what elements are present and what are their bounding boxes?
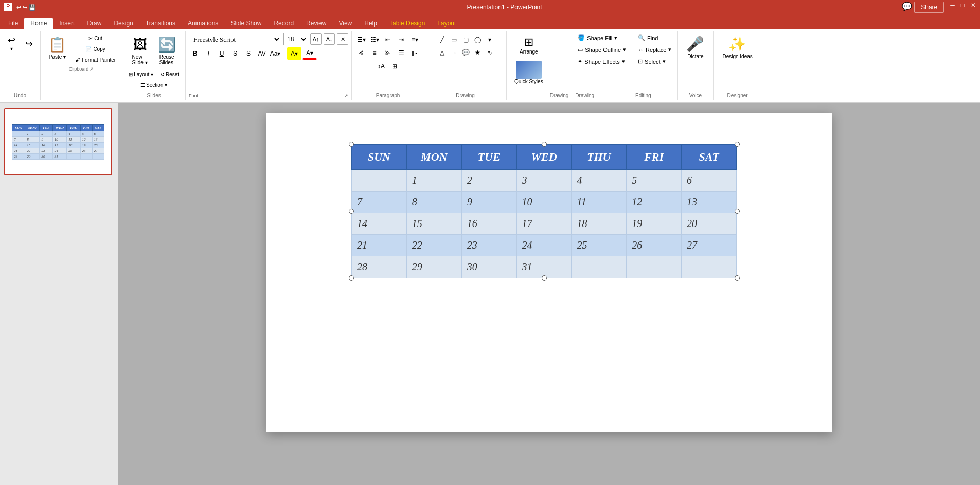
paste-button[interactable]: 📋 Paste ▾ (44, 33, 71, 62)
justify-btn[interactable]: ☰ (395, 47, 407, 59)
calendar-cell-3-0[interactable]: 21 (352, 235, 407, 256)
calendar-cell-3-3[interactable]: 24 (516, 235, 572, 256)
font-size-select[interactable]: 18 (283, 33, 308, 45)
calendar-cell-0-1[interactable]: 1 (406, 169, 461, 192)
tab-review[interactable]: Review (300, 18, 332, 29)
shape-star[interactable]: ★ (472, 46, 484, 59)
tab-layout[interactable]: Layout (431, 18, 462, 29)
numbering-btn[interactable]: ☷▾ (368, 33, 381, 46)
design-ideas-button[interactable]: ✨ Design Ideas (718, 33, 757, 62)
calendar-cell-1-3[interactable]: 10 (516, 192, 572, 213)
redo-button[interactable]: ↪ (21, 37, 37, 50)
calendar-cell-0-4[interactable]: 4 (572, 169, 627, 192)
align-left-btn[interactable]: ⫷ (355, 47, 367, 59)
shape-outline-button[interactable]: ▭ Shape Outline ▾ (575, 45, 629, 55)
font-expand-icon[interactable]: ↗ (344, 93, 348, 98)
calendar-cell-4-3[interactable]: 31 (516, 256, 572, 278)
calendar-cell-4-5[interactable] (627, 256, 682, 278)
smart-art-btn[interactable]: ⊞ (388, 60, 401, 73)
minimize-btn[interactable]: ─ (950, 2, 955, 13)
calendar-cell-4-6[interactable] (682, 256, 737, 278)
tab-record[interactable]: Record (268, 18, 300, 29)
calendar-cell-2-6[interactable]: 20 (682, 213, 737, 235)
handle-br[interactable] (735, 275, 740, 281)
handle-mr[interactable] (735, 209, 740, 214)
decrease-font-btn[interactable]: A↓ (324, 33, 335, 45)
text-highlight-btn[interactable]: A▾ (287, 47, 301, 60)
calendar-cell-0-5[interactable]: 5 (627, 169, 682, 192)
tab-transitions[interactable]: Transitions (139, 18, 182, 29)
handle-tl[interactable] (349, 142, 354, 147)
slide-area[interactable]: SUN MON TUE WED THU FRI SAT 123456789101… (118, 103, 980, 485)
shape-rect[interactable]: ▭ (448, 33, 460, 46)
calendar-cell-2-2[interactable]: 16 (461, 213, 516, 235)
copy-button[interactable]: 📄Copy (72, 44, 119, 54)
calendar-cell-3-6[interactable]: 27 (682, 235, 737, 256)
handle-bl[interactable] (349, 275, 354, 281)
bold-button[interactable]: B (189, 47, 201, 60)
tab-table-design[interactable]: Table Design (383, 18, 431, 29)
tab-design[interactable]: Design (108, 18, 139, 29)
change-case-btn[interactable]: Aa▾ (269, 47, 281, 60)
handle-bm[interactable] (542, 275, 547, 281)
quick-styles-button[interactable]: Quick Styles (510, 58, 548, 87)
dictate-button[interactable]: 🎤 Dictate (682, 33, 709, 62)
calendar-cell-4-4[interactable] (572, 256, 627, 278)
calendar-cell-2-3[interactable]: 17 (516, 213, 572, 235)
cut-button[interactable]: ✂Cut (72, 33, 119, 43)
align-right-btn[interactable]: ⫸ (382, 47, 394, 59)
calendar-container[interactable]: SUN MON TUE WED THU FRI SAT 123456789101… (351, 144, 737, 278)
undo-button[interactable]: ↩ ▾ (3, 33, 20, 54)
handle-tr[interactable] (735, 142, 740, 147)
shape-more[interactable]: ▾ (484, 33, 496, 46)
calendar-cell-4-1[interactable]: 29 (406, 256, 461, 278)
tab-slideshow[interactable]: Slide Show (224, 18, 268, 29)
calendar-cell-1-0[interactable]: 7 (352, 192, 407, 213)
calendar-cell-0-6[interactable]: 6 (682, 169, 737, 192)
line-spacing-btn[interactable]: ≡▾ (408, 33, 421, 46)
maximize-btn[interactable]: □ (961, 2, 965, 13)
close-btn[interactable]: ✕ (971, 2, 976, 13)
chat-icon[interactable]: 💬 (902, 2, 912, 13)
calendar-cell-2-5[interactable]: 19 (627, 213, 682, 235)
shape-effects-button[interactable]: ✦ Shape Effects ▾ (575, 57, 629, 66)
calendar-cell-0-0[interactable] (352, 169, 407, 192)
shape-curve[interactable]: ∿ (484, 46, 496, 59)
char-spacing-btn[interactable]: AV (256, 47, 268, 60)
calendar-cell-4-0[interactable]: 28 (352, 256, 407, 278)
arrange-button[interactable]: ⊞ Arrange (515, 33, 543, 57)
increase-font-btn[interactable]: A↑ (310, 33, 322, 45)
layout-button[interactable]: ⊞Layout ▾ (126, 70, 156, 79)
calendar-cell-2-4[interactable]: 18 (572, 213, 627, 235)
calendar-cell-1-6[interactable]: 13 (682, 192, 737, 213)
tab-draw[interactable]: Draw (81, 18, 108, 29)
calendar-cell-1-4[interactable]: 11 (572, 192, 627, 213)
calendar-cell-0-3[interactable]: 3 (516, 169, 572, 192)
italic-button[interactable]: I (202, 47, 215, 60)
shape-arrow[interactable]: → (448, 46, 460, 59)
shape-fill-button[interactable]: 🪣 Shape Fill ▾ (575, 33, 629, 43)
calendar-cell-1-5[interactable]: 12 (627, 192, 682, 213)
tab-file[interactable]: File (2, 18, 24, 29)
calendar-cell-3-4[interactable]: 25 (572, 235, 627, 256)
font-name-select[interactable]: Freestyle Script (189, 33, 281, 45)
clear-format-btn[interactable]: ✕ (337, 33, 348, 45)
handle-tm[interactable] (542, 142, 547, 147)
font-color-btn[interactable]: A▾ (302, 47, 317, 60)
text-direction-btn[interactable]: ↕A (375, 60, 387, 73)
handle-ml[interactable] (349, 209, 354, 214)
strikethrough-button[interactable]: S (229, 47, 241, 60)
section-button[interactable]: ☰Section ▾ (137, 80, 170, 90)
reset-button[interactable]: ↺Reset (157, 70, 182, 79)
tab-animations[interactable]: Animations (182, 18, 224, 29)
tab-view[interactable]: View (332, 18, 358, 29)
calendar-cell-4-2[interactable]: 30 (461, 256, 516, 278)
clipboard-expand[interactable]: Clipboard↗ (69, 66, 94, 72)
tab-insert[interactable]: Insert (53, 18, 81, 29)
underline-button[interactable]: U (216, 47, 228, 60)
slide-thumbnail[interactable]: SUNMONTUEWEDTHUFRISAT 123456 78910111213… (4, 108, 112, 175)
calendar-cell-3-2[interactable]: 23 (461, 235, 516, 256)
calendar-cell-1-1[interactable]: 8 (406, 192, 461, 213)
decrease-indent-btn[interactable]: ⇤ (382, 33, 394, 46)
columns-btn[interactable]: ⫿▾ (408, 47, 421, 59)
